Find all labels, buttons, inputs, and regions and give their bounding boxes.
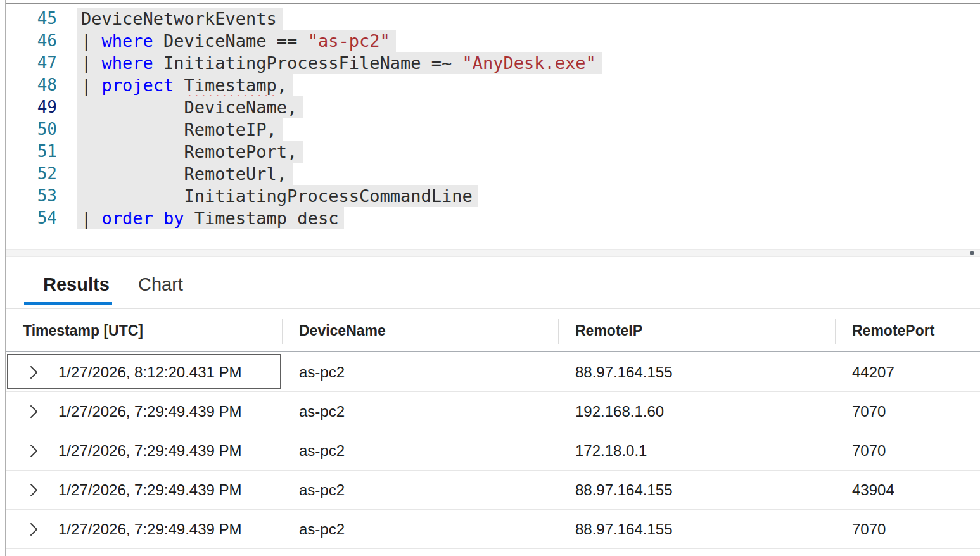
tab-chart[interactable]: Chart — [138, 274, 183, 295]
code-token: Timestamp — [184, 75, 277, 95]
code-token — [174, 75, 184, 95]
timestamp-cell[interactable]: 1/27/2026, 7:29:49.439 PM — [6, 392, 282, 431]
code-token: Timestamp desc — [184, 208, 339, 228]
code-token: RemotePort, — [81, 142, 297, 161]
code-token: project — [102, 75, 174, 95]
code-token: "as-pc2" — [308, 31, 390, 51]
remoteport-cell: 7070 — [835, 403, 980, 420]
code-token: DeviceNetworkEvents — [81, 9, 277, 28]
devicename-cell: as-pc2 — [282, 521, 558, 538]
remoteip-cell: 88.97.164.155 — [558, 481, 835, 499]
code-token: where — [102, 31, 153, 51]
code-token: | — [81, 31, 102, 51]
code-token: | — [81, 53, 102, 73]
code-text: InitiatingProcessCommandLine — [77, 185, 478, 207]
code-token: InitiatingProcessFileName =~ — [153, 53, 462, 73]
code-line[interactable]: 54| order by Timestamp desc — [6, 207, 980, 229]
code-text: RemoteUrl, — [77, 163, 293, 185]
devicename-cell: as-pc2 — [282, 481, 558, 499]
timestamp-cell[interactable]: 1/27/2026, 7:29:49.439 PM — [6, 471, 282, 509]
code-text: RemoteIP, — [77, 118, 283, 141]
devicename-cell: as-pc2 — [282, 363, 558, 381]
column-header-devicename[interactable]: DeviceName — [282, 310, 558, 351]
code-text: | where DeviceName == "as-pc2" — [77, 30, 396, 52]
timestamp-cell[interactable]: 1/27/2026, 7:29:49.439 PM — [6, 431, 282, 470]
expand-row-chevron-icon[interactable] — [29, 365, 39, 380]
code-line[interactable]: 47| where InitiatingProcessFileName =~ "… — [6, 52, 980, 74]
kql-query-editor[interactable]: 45DeviceNetworkEvents46| where DeviceNam… — [6, 8, 980, 236]
advanced-hunting-pane: 45DeviceNetworkEvents46| where DeviceNam… — [0, 0, 980, 556]
line-number: 53 — [6, 185, 57, 207]
gripper-dot-icon — [970, 251, 974, 255]
table-row[interactable]: 1/27/2026, 7:29:49.439 PM as-pc2 192.168… — [6, 392, 980, 431]
code-line[interactable]: 49 DeviceName, — [6, 96, 980, 118]
table-row[interactable]: 1/27/2026, 7:29:49.439 PM as-pc2 88.97.1… — [6, 471, 980, 510]
code-line[interactable]: 51 RemotePort, — [6, 141, 980, 163]
remoteport-cell: 43904 — [835, 481, 980, 499]
code-text: | where InitiatingProcessFileName =~ "An… — [77, 52, 602, 74]
code-token: where — [102, 53, 153, 73]
remoteport-cell: 7070 — [835, 442, 980, 460]
remoteip-cell: 172.18.0.1 — [558, 442, 835, 460]
code-text: | project Timestamp, — [77, 74, 293, 96]
line-number: 52 — [6, 163, 57, 185]
code-token: InitiatingProcessCommandLine — [81, 186, 473, 206]
expand-row-chevron-icon[interactable] — [29, 522, 39, 537]
code-token: order by — [102, 208, 184, 228]
panel-top-border — [6, 3, 980, 4]
results-table-header: Timestamp [UTC] DeviceName RemoteIP Remo… — [6, 310, 980, 352]
column-header-remoteip[interactable]: RemoteIP — [558, 310, 835, 351]
code-line[interactable]: 45DeviceNetworkEvents — [6, 8, 980, 30]
timestamp-value: 1/27/2026, 7:29:49.439 PM — [58, 442, 242, 460]
active-tab-indicator — [24, 302, 112, 305]
timestamp-value: 1/27/2026, 7:29:49.439 PM — [58, 521, 242, 538]
remoteip-cell: 88.97.164.155 — [558, 521, 835, 538]
line-number: 51 — [6, 141, 57, 163]
line-number: 45 — [6, 8, 57, 30]
code-token: DeviceName == — [153, 31, 308, 51]
remoteport-cell: 7070 — [835, 521, 980, 538]
code-token: "AnyDesk.exe" — [462, 53, 595, 73]
timestamp-cell[interactable]: 1/27/2026, 8:12:20.431 PM — [6, 353, 282, 391]
results-table-body: 1/27/2026, 8:12:20.431 PM as-pc2 88.97.1… — [6, 353, 980, 549]
remoteip-cell: 88.97.164.155 — [558, 363, 835, 381]
timestamp-value: 1/27/2026, 8:12:20.431 PM — [58, 363, 242, 381]
splitter-handle[interactable] — [6, 249, 980, 257]
results-tabbar: Results Chart — [6, 266, 980, 309]
column-header-timestamp[interactable]: Timestamp [UTC] — [6, 310, 282, 351]
expand-row-chevron-icon[interactable] — [29, 483, 39, 498]
code-token: | — [81, 208, 102, 228]
code-token: DeviceName, — [81, 98, 297, 117]
expand-row-chevron-icon[interactable] — [29, 443, 39, 458]
code-line[interactable]: 46| where DeviceName == "as-pc2" — [6, 30, 980, 52]
code-line[interactable]: 52 RemoteUrl, — [6, 163, 980, 185]
table-row[interactable]: 1/27/2026, 7:29:49.439 PM as-pc2 88.97.1… — [6, 510, 980, 549]
remoteip-cell: 192.168.1.60 — [558, 403, 835, 420]
code-token: RemoteUrl, — [81, 164, 287, 184]
devicename-cell: as-pc2 — [282, 403, 558, 420]
timestamp-value: 1/27/2026, 7:29:49.439 PM — [58, 481, 242, 499]
line-number: 46 — [6, 30, 57, 52]
expand-row-chevron-icon[interactable] — [29, 404, 39, 419]
timestamp-cell[interactable]: 1/27/2026, 7:29:49.439 PM — [6, 510, 282, 548]
line-number: 47 — [6, 52, 57, 74]
column-header-remoteport[interactable]: RemotePort — [835, 310, 980, 351]
line-number: 54 — [6, 207, 57, 229]
tab-results[interactable]: Results — [43, 274, 110, 295]
timestamp-value: 1/27/2026, 7:29:49.439 PM — [58, 403, 242, 420]
code-line[interactable]: 50 RemoteIP, — [6, 118, 980, 141]
line-number: 49 — [6, 96, 57, 118]
code-text: | order by Timestamp desc — [77, 207, 344, 229]
devicename-cell: as-pc2 — [282, 442, 558, 460]
table-row[interactable]: 1/27/2026, 8:12:20.431 PM as-pc2 88.97.1… — [6, 353, 980, 392]
line-number: 50 — [6, 118, 57, 141]
code-token: , — [277, 75, 287, 95]
code-line[interactable]: 48| project Timestamp, — [6, 74, 980, 96]
code-line[interactable]: 53 InitiatingProcessCommandLine — [6, 185, 980, 207]
code-text: DeviceNetworkEvents — [77, 8, 283, 30]
remoteport-cell: 44207 — [835, 363, 980, 381]
code-text: RemotePort, — [77, 141, 303, 163]
table-row[interactable]: 1/27/2026, 7:29:49.439 PM as-pc2 172.18.… — [6, 431, 980, 471]
code-text: DeviceName, — [77, 96, 303, 118]
line-number: 48 — [6, 74, 57, 96]
